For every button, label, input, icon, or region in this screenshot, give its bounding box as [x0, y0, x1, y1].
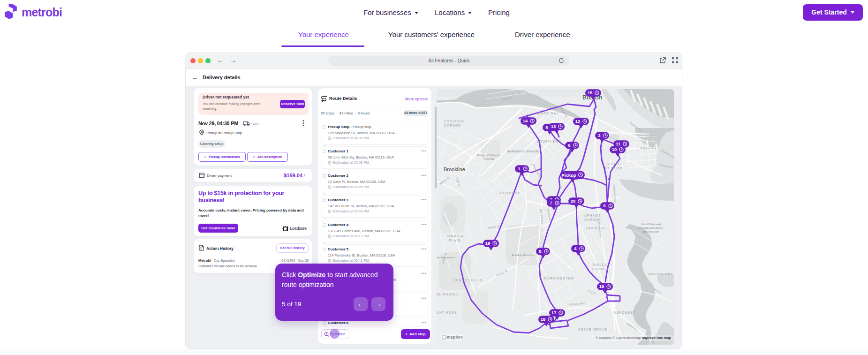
svg-text:COOLIDGE: COOLIDGE	[444, 120, 465, 123]
svg-text:MARINA BAY: MARINA BAY	[649, 272, 673, 276]
svg-text:Franklin Park Zoo: Franklin Park Zoo	[512, 253, 535, 257]
svg-text:© Mapbox © OpenStreetMap Impro: © Mapbox © OpenStreetMap Improve this ma…	[596, 336, 672, 340]
svg-text:5: 5	[545, 125, 548, 130]
svg-text:BOSTON: BOSTON	[605, 166, 622, 170]
svg-text:4: 4	[574, 246, 577, 251]
svg-text:13: 13	[551, 124, 556, 129]
svg-text:E Fifth St: E Fifth St	[646, 135, 657, 138]
svg-text:CORNER: CORNER	[444, 124, 461, 127]
svg-text:15: 15	[588, 90, 593, 95]
svg-text:19: 19	[485, 241, 491, 246]
svg-text:PLAIN: PLAIN	[449, 239, 460, 242]
svg-text:Boston Children's: Boston Children's	[477, 153, 500, 157]
svg-text:Presidential Library: Presidential Library	[639, 227, 663, 229]
svg-text:3: 3	[598, 133, 600, 138]
svg-text:Pickup: Pickup	[561, 173, 576, 178]
svg-text:E Eighth St: E Eighth St	[640, 147, 654, 150]
svg-text:SAVIN HILL: SAVIN HILL	[586, 227, 608, 230]
svg-text:DORCHESTER: DORCHESTER	[543, 276, 574, 280]
svg-text:17: 17	[551, 310, 557, 315]
svg-text:16: 16	[599, 284, 604, 289]
svg-text:6: 6	[568, 143, 570, 148]
svg-text:FIELDS: FIELDS	[593, 263, 608, 266]
svg-text:7: 7	[550, 200, 552, 205]
svg-text:Brookline: Brookline	[444, 166, 465, 172]
svg-text:SOUTH END: SOUTH END	[537, 140, 562, 143]
svg-text:8: 8	[539, 249, 541, 254]
svg-text:1: 1	[518, 166, 521, 171]
svg-text:20: 20	[571, 198, 576, 204]
svg-text:John F. Kennedy: John F. Kennedy	[641, 223, 662, 226]
svg-text:FOREST HILLS: FOREST HILLS	[453, 279, 483, 282]
svg-text:NEPONSET: NEPONSET	[614, 311, 635, 314]
svg-text:JAMAICA: JAMAICA	[446, 234, 463, 238]
svg-text:BACK BAY: BACK BAY	[538, 112, 559, 115]
svg-text:SLINGDALE: SLINGDALE	[437, 293, 459, 296]
svg-text:12: 12	[575, 119, 581, 124]
svg-text:Northeastern University: Northeastern University	[507, 150, 539, 153]
svg-text:ROXBURY: ROXBURY	[500, 191, 521, 195]
svg-text:CORNER: CORNER	[592, 267, 609, 271]
svg-text:18: 18	[541, 317, 546, 322]
svg-text:CEDAR GROVE: CEDAR GROVE	[578, 328, 607, 331]
svg-text:14: 14	[523, 118, 528, 123]
svg-text:9: 9	[603, 203, 605, 208]
svg-text:UPHAMS: UPHAMS	[584, 214, 601, 217]
svg-text:11: 11	[616, 141, 621, 146]
svg-text:SOUTH: SOUTH	[607, 162, 621, 166]
svg-text:10: 10	[612, 147, 617, 152]
svg-text:and Museum: and Museum	[643, 230, 659, 233]
svg-text:UNT HOPE: UNT HOPE	[437, 311, 457, 314]
svg-text:Hospital: Hospital	[483, 157, 494, 160]
svg-text:mapbox: mapbox	[447, 335, 463, 340]
